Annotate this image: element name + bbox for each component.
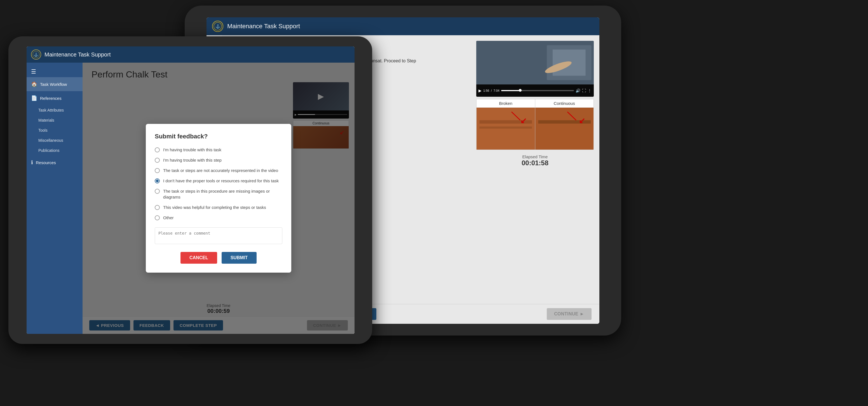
comment-input[interactable] (155, 227, 282, 244)
chalk-broken-section: Broken ↙ (476, 99, 535, 149)
progress-fill (501, 90, 522, 91)
video-total: 7:04 (493, 89, 499, 92)
radio-label-7: Other (163, 215, 174, 221)
svg-text:⚓: ⚓ (34, 52, 39, 57)
radio-label-4: I don't have the proper tools or resourc… (163, 178, 279, 184)
info-icon: ℹ (31, 159, 33, 166)
chalk-broken-label: Broken (476, 99, 535, 108)
back-right-panel: ▶ 1:56 / 7:04 🔊 ⛶ ⋮ (476, 41, 594, 167)
front-hamburger[interactable]: ☰ (27, 66, 83, 77)
sidebar-sub-miscellaneous[interactable]: Miscellaneous (27, 135, 83, 145)
back-video-player[interactable]: ▶ 1:56 / 7:04 🔊 ⛶ ⋮ (476, 41, 594, 97)
sidebar-item-resources[interactable]: ℹ Resources (27, 156, 83, 169)
tablet-front-screen: ⚓ Maintenance Task Support ☰ 🏠 Task Work… (27, 46, 354, 334)
radio-option-4[interactable]: I don't have the proper tools or resourc… (155, 178, 282, 184)
radio-circle-1[interactable] (155, 147, 160, 153)
volume-icon[interactable]: 🔊 (576, 88, 580, 93)
progress-dot (519, 89, 522, 92)
radio-circle-7[interactable] (155, 215, 160, 220)
sidebar-sub-tools[interactable]: Tools (27, 125, 83, 135)
home-icon: 🏠 (31, 81, 37, 87)
submit-button[interactable]: SUBMIT (222, 252, 257, 264)
radio-option-3[interactable]: The task or steps are not accurately res… (155, 168, 282, 173)
back-elapsed-time: 00:01:58 (476, 159, 594, 167)
back-video-frame (476, 41, 594, 84)
radio-label-1: I'm having trouble with this task (163, 147, 221, 153)
sidebar-label-task-workflow: Task Workflow (40, 82, 67, 87)
back-navy-logo: ⚓ (212, 21, 223, 32)
fullscreen-icon[interactable]: ⛶ (582, 88, 586, 93)
back-header-title: Maintenance Task Support (227, 23, 300, 30)
video-time-sep: / (491, 89, 492, 92)
back-elapsed-label: Elapsed Time (476, 154, 594, 159)
sidebar-sub-label-miscellaneous: Miscellaneous (38, 138, 63, 143)
chalk-continuous-arrow: ↙ (579, 116, 585, 125)
more-icon[interactable]: ⋮ (588, 88, 592, 93)
radio-label-5: The task or steps in this procedure are … (163, 188, 282, 200)
chalk-broken-arrow: ↙ (520, 116, 527, 125)
chalk-broken-image: ↙ (476, 108, 535, 149)
front-app-body: ☰ 🏠 Task Workflow 📄 References Task Attr… (27, 63, 354, 334)
front-header-title: Maintenance Task Support (44, 52, 111, 58)
radio-option-1[interactable]: I'm having trouble with this task (155, 147, 282, 153)
sidebar-sub-task-attributes[interactable]: Task Attributes (27, 105, 83, 115)
sidebar-sub-label-tools: Tools (38, 128, 48, 133)
radio-circle-4[interactable] (155, 178, 160, 183)
progress-bar[interactable] (501, 90, 574, 91)
radio-circle-6[interactable] (155, 205, 160, 210)
sidebar-sub-label-publications: Publications (38, 148, 60, 153)
back-chalk-images: Broken ↙ (476, 99, 594, 150)
radio-option-7[interactable]: Other (155, 215, 282, 221)
back-video-controls[interactable]: ▶ 1:56 / 7:04 🔊 ⛶ ⋮ (476, 84, 594, 97)
radio-option-2[interactable]: I'm having trouble with this step (155, 157, 282, 163)
modal-overlay: Submit feedback? I'm having trouble with… (83, 63, 354, 334)
svg-text:⚓: ⚓ (215, 24, 220, 29)
radio-circle-2[interactable] (155, 158, 160, 163)
chalk-continuous-section: Continuous ↙ (535, 99, 594, 149)
radio-selected-dot-4 (156, 179, 159, 182)
svg-rect-9 (479, 127, 532, 129)
radio-option-6[interactable]: This video was helpful for completing th… (155, 204, 282, 210)
radio-circle-3[interactable] (155, 168, 160, 173)
modal-buttons: CANCEL SUBMIT (155, 252, 282, 264)
svg-rect-12 (535, 108, 594, 149)
sidebar-label-references: References (40, 96, 62, 101)
front-main-content: Perform Chalk Test ▶ ▶ Con (83, 63, 354, 334)
front-sidebar: ☰ 🏠 Task Workflow 📄 References Task Attr… (27, 63, 83, 334)
feedback-modal: Submit feedback? I'm having trouble with… (146, 124, 291, 273)
tablet-front: ⚓ Maintenance Task Support ☰ 🏠 Task Work… (8, 36, 372, 344)
chalk-continuous-image: ↙ (535, 108, 594, 149)
front-app-header: ⚓ Maintenance Task Support (27, 46, 354, 63)
chalk-continuous-label: Continuous (535, 99, 594, 108)
radio-label-3: The task or steps are not accurately res… (163, 168, 278, 173)
modal-title: Submit feedback? (155, 133, 282, 140)
sidebar-sub-label-materials: Materials (38, 118, 54, 123)
cancel-button[interactable]: CANCEL (181, 252, 217, 264)
back-continue-button: CONTINUE ► (547, 308, 592, 320)
radio-circle-5[interactable] (155, 189, 160, 194)
front-navy-logo: ⚓ (31, 49, 41, 60)
document-icon: 📄 (31, 95, 37, 101)
back-app-header: ⚓ Maintenance Task Support (207, 17, 599, 35)
sidebar-item-references[interactable]: 📄 References (27, 91, 83, 105)
sidebar-sub-publications[interactable]: Publications (27, 145, 83, 156)
radio-label-2: I'm having trouble with this step (163, 157, 222, 163)
radio-label-6: This video was helpful for completing th… (163, 204, 266, 210)
play-icon[interactable]: ▶ (478, 88, 482, 93)
radio-option-5[interactable]: The task or steps in this procedure are … (155, 188, 282, 200)
video-time: 1:56 (483, 89, 489, 92)
sidebar-sub-materials[interactable]: Materials (27, 115, 83, 125)
sidebar-sub-label-task-attributes: Task Attributes (38, 108, 64, 112)
back-elapsed: Elapsed Time 00:01:58 (476, 154, 594, 167)
sidebar-item-task-workflow[interactable]: 🏠 Task Workflow (27, 77, 83, 91)
sidebar-label-resources: Resources (36, 160, 56, 165)
